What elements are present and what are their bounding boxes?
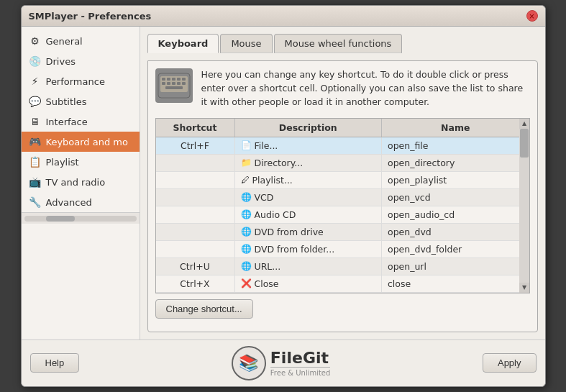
sidebar-scrollbar[interactable] [22, 212, 140, 224]
sidebar-item-keyboard[interactable]: 🎮Keyboard and mo [22, 132, 140, 152]
table-row[interactable]: Ctrl+F 📄File... open_file [156, 137, 529, 155]
sidebar-label: Interface [46, 117, 88, 127]
cell-description: 🌐DVD from folder... [235, 241, 383, 257]
tab-bar: KeyboardMouseMouse wheel functions [147, 34, 538, 53]
title-bar: SMPlayer - Preferences × [22, 6, 545, 27]
cell-shortcut [156, 172, 235, 188]
main-panel: KeyboardMouseMouse wheel functions [140, 27, 545, 339]
cell-name: open_file [382, 137, 529, 154]
scroll-track[interactable] [519, 129, 529, 283]
table-body: Ctrl+F 📄File... open_file 📁Directory... … [156, 137, 529, 293]
sidebar-item-playlist[interactable]: 📋Playlist [22, 152, 140, 172]
keyboard-tab-content: Here you can change any key shortcut. To… [147, 60, 538, 332]
playlist-icon: 📋 [29, 155, 42, 168]
svg-rect-4 [172, 78, 175, 81]
sidebar-item-tv-radio[interactable]: 📺TV and radio [22, 172, 140, 192]
cell-name: open_audio_cd [382, 206, 529, 223]
sidebar-item-subtitles[interactable]: 💬Subtitles [22, 91, 140, 111]
cell-description: 🖊Playlist... [235, 172, 383, 188]
filegit-watermark: 📚 FileGit Free & Unlimited [232, 346, 331, 380]
sidebar-label: Advanced [46, 197, 92, 208]
cell-description: ❌Close [235, 275, 383, 292]
info-text: Here you can change any key shortcut. To… [201, 68, 530, 109]
table-header: Shortcut Description Name [156, 119, 529, 137]
svg-rect-5 [177, 78, 181, 81]
cell-shortcut: Ctrl+X [156, 275, 235, 292]
window-title: SMPlayer - Preferences [29, 11, 152, 22]
cell-shortcut [156, 189, 235, 206]
sidebar-item-drives[interactable]: 💿Drives [22, 51, 140, 71]
cell-description: 🌐DVD from drive [235, 224, 383, 240]
table-row[interactable]: 🖊Playlist... open_playlist [156, 172, 529, 189]
sidebar-label: Keyboard and mo [46, 137, 128, 147]
svg-rect-10 [177, 82, 181, 85]
cell-description: 📄File... [235, 137, 383, 154]
col-description: Description [235, 119, 383, 137]
sidebar-item-interface[interactable]: 🖥Interface [22, 111, 140, 132]
cell-name: open_dvd [382, 224, 529, 240]
filegit-text-group: FileGit Free & Unlimited [270, 349, 331, 377]
col-name: Name [382, 119, 529, 137]
change-shortcut-button[interactable]: Change shortcut... [155, 299, 253, 319]
svg-rect-2 [162, 78, 165, 81]
sidebar-label: General [46, 36, 83, 47]
table-row[interactable]: Ctrl+U 🌐URL... open_url [156, 258, 529, 275]
sidebar-item-advanced[interactable]: 🔧Advanced [22, 192, 140, 212]
filegit-tagline: Free & Unlimited [270, 367, 331, 377]
svg-rect-6 [182, 78, 186, 81]
sidebar-label: TV and radio [46, 177, 106, 188]
drives-icon: 💿 [29, 55, 42, 68]
cell-name: open_vcd [382, 189, 529, 206]
filegit-logo-icon: 📚 [232, 346, 266, 380]
keyboard-icon [155, 68, 193, 103]
cell-shortcut [156, 241, 235, 257]
filegit-name: FileGit [270, 349, 331, 367]
advanced-icon: 🔧 [29, 196, 42, 209]
cell-description: 🌐VCD [235, 189, 383, 206]
table-row[interactable]: 🌐Audio CD open_audio_cd [156, 206, 529, 224]
sidebar-item-general[interactable]: ⚙General [22, 31, 140, 51]
cell-description: 📁Directory... [235, 155, 383, 171]
content-area: ⚙General💿Drives⚡Performance💬Subtitles🖥In… [22, 27, 545, 339]
svg-rect-12 [165, 86, 183, 89]
close-button[interactable]: × [526, 10, 538, 22]
scroll-thumb [520, 129, 529, 158]
table-scrollbar[interactable]: ▲ ▼ [519, 119, 529, 293]
shortcut-table: Shortcut Description Name Ctrl+F 📄File..… [155, 118, 530, 293]
help-button[interactable]: Help [30, 353, 80, 373]
table-row[interactable]: 📁Directory... open_directory [156, 155, 529, 172]
svg-rect-8 [167, 82, 170, 85]
cell-name: open_directory [382, 155, 529, 171]
cell-description: 🌐URL... [235, 258, 383, 275]
info-section: Here you can change any key shortcut. To… [155, 68, 530, 109]
cell-shortcut [156, 206, 235, 223]
performance-icon: ⚡ [29, 75, 42, 88]
tab-keyboard[interactable]: Keyboard [147, 34, 219, 53]
sidebar-item-performance[interactable]: ⚡Performance [22, 71, 140, 91]
footer: Help 📚 FileGit Free & Unlimited Apply [22, 339, 545, 386]
sidebar-label: Subtitles [46, 96, 87, 107]
tab-mouse[interactable]: Mouse [220, 34, 272, 53]
apply-button[interactable]: Apply [483, 353, 537, 373]
cell-description: 🌐Audio CD [235, 206, 383, 223]
keyboard-icon: 🎮 [29, 135, 42, 148]
general-icon: ⚙ [29, 35, 42, 47]
cell-name: open_url [382, 258, 529, 275]
scroll-up-button[interactable]: ▲ [519, 119, 529, 129]
tab-mouse-wheel[interactable]: Mouse wheel functions [274, 34, 403, 53]
cell-name: open_dvd_folder [382, 241, 529, 257]
table-row[interactable]: 🌐VCD open_vcd [156, 189, 529, 206]
svg-rect-11 [182, 82, 186, 85]
sidebar-label: Playlist [46, 157, 79, 168]
table-row[interactable]: 🌐DVD from drive open_dvd [156, 224, 529, 241]
cell-name: close [382, 275, 529, 292]
cell-shortcut: Ctrl+U [156, 258, 235, 275]
cell-shortcut [156, 224, 235, 240]
table-row[interactable]: Ctrl+X ❌Close close [156, 275, 529, 293]
preferences-window: SMPlayer - Preferences × ⚙General💿Drives… [21, 5, 546, 386]
bottom-bar: Change shortcut... [155, 293, 530, 324]
table-row[interactable]: 🌐DVD from folder... open_dvd_folder [156, 241, 529, 258]
scroll-down-button[interactable]: ▼ [519, 283, 529, 293]
cell-name: open_playlist [382, 172, 529, 188]
cell-shortcut [156, 155, 235, 171]
